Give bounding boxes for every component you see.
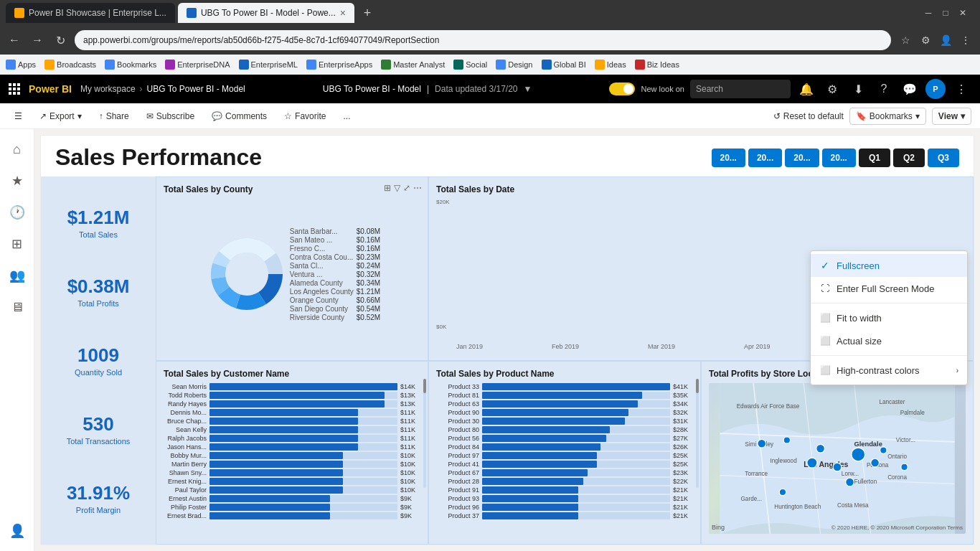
tab-favicon-1 xyxy=(14,8,24,18)
year-filter: 20... 20... 20... 20... Q1 Q2 Q3 xyxy=(712,149,959,167)
star-icon: ☆ xyxy=(284,111,292,121)
bookmark-bookmarks[interactable]: Bookmarks xyxy=(105,60,156,70)
breadcrumb-workspace[interactable]: My workspace xyxy=(80,84,136,94)
export-button[interactable]: ↗ Export ▾ xyxy=(34,108,88,124)
expand-icon[interactable]: ⤢ xyxy=(403,183,410,193)
comments-button[interactable]: 💬 Comments xyxy=(206,108,273,124)
chart-product[interactable]: Total Sales by Product Name Product 33 $… xyxy=(428,361,701,545)
svg-text:Fullerton: Fullerton xyxy=(854,479,877,485)
kpi-profit-margin-value: 31.91% xyxy=(52,482,144,504)
scroll-indicator[interactable] xyxy=(423,379,426,489)
quarter-btn-q2[interactable]: Q2 xyxy=(893,149,925,167)
menu-icon[interactable]: ⋮ xyxy=(957,32,974,49)
funnel-icon[interactable]: ▽ xyxy=(394,183,400,193)
tab-title-2: UBG To Power BI - Model - Powe... xyxy=(201,8,336,18)
tab-1[interactable]: Power BI Showcase | Enterprise L... xyxy=(6,3,175,23)
sidebar-recent[interactable]: 🕐 xyxy=(3,198,32,227)
bookmark-apps[interactable]: Apps xyxy=(6,60,36,70)
kpi-total-profits-label: Total Profits xyxy=(52,299,144,308)
legend-row-riverside: Riverside County $0.52M xyxy=(290,314,380,321)
bookmark-design[interactable]: Design xyxy=(496,60,532,70)
chart-county[interactable]: Total Sales by County ⊞ ▽ ⤢ ⋯ xyxy=(156,176,428,361)
bookmark-enterpriseapps[interactable]: EnterpriseApps xyxy=(306,60,372,70)
star-icon[interactable]: ☆ xyxy=(897,32,914,49)
quarter-btn-q1[interactable]: Q1 xyxy=(859,149,890,167)
chart-customer[interactable]: Total Sales by Customer Name Sean Morris… xyxy=(156,361,428,545)
new-tab-button[interactable]: + xyxy=(357,3,377,23)
customer-bar-chart: Sean Morris $14K Todd Roberts $13K xyxy=(164,383,420,534)
dropdown-fit-width[interactable]: ⬜ Fit to width xyxy=(811,306,967,329)
chat-icon[interactable]: 💬 xyxy=(900,79,920,99)
bar-row-product33: Product 33 $41K xyxy=(436,383,693,390)
legend-row-ventura: Ventura ... $0.32M xyxy=(290,270,380,278)
dropdown-actual-size[interactable]: ⬜ Actual size xyxy=(811,329,967,352)
subscribe-button[interactable]: ✉ Subscribe xyxy=(141,108,200,124)
sidebar-apps[interactable]: ⊞ xyxy=(3,230,32,258)
tab-close-2[interactable]: × xyxy=(340,7,346,19)
bookmark-ideas[interactable]: Ideas xyxy=(595,60,626,70)
download-icon[interactable]: ⬇ xyxy=(848,79,868,99)
bar-row-ernest-k: Ernest Knig... $10K xyxy=(164,478,420,485)
forward-button[interactable]: → xyxy=(29,32,46,49)
year-btn-1[interactable]: 20... xyxy=(712,149,745,167)
pbi-content: ⌂ ★ 🕐 ⊞ 👥 🖥 👤 Sales Performance 20... 20… xyxy=(0,129,980,551)
sidebar-favorites[interactable]: ★ xyxy=(3,166,32,195)
report-header: Sales Performance 20... 20... 20... 20..… xyxy=(41,136,974,176)
sidebar-workspaces[interactable]: 👥 xyxy=(3,261,32,290)
favorite-button[interactable]: ☆ Favorite xyxy=(278,108,331,124)
dropdown-high-contrast[interactable]: ⬜ High-contrast colors › xyxy=(811,359,967,382)
svg-point-40 xyxy=(901,463,908,470)
svg-text:Lorw...: Lorw... xyxy=(842,470,859,476)
minimize-button[interactable]: ─ xyxy=(923,7,934,19)
reset-button[interactable]: ↺ Reset to default xyxy=(773,111,844,121)
chart-product-title: Total Sales by Product Name xyxy=(436,369,693,379)
refresh-button[interactable]: ↻ xyxy=(52,32,69,49)
extensions-icon[interactable]: ⚙ xyxy=(917,32,934,49)
share-button[interactable]: ↑ Share xyxy=(93,108,135,124)
search-input[interactable] xyxy=(690,80,791,98)
help-icon[interactable]: ? xyxy=(874,79,894,99)
collapse-nav-button[interactable]: ☰ xyxy=(9,108,28,124)
maximize-button[interactable]: □ xyxy=(940,7,951,19)
more-button[interactable]: ... xyxy=(337,108,356,124)
close-button[interactable]: ✕ xyxy=(957,7,969,19)
bookmark-globalbi[interactable]: Global BI xyxy=(542,60,586,70)
notification-icon[interactable]: 🔔 xyxy=(796,79,816,99)
legend-row-santabarbara: Santa Barbar... $0.08M xyxy=(290,227,380,235)
filter-icon[interactable]: ⊞ xyxy=(384,183,391,193)
year-btn-4[interactable]: 20... xyxy=(822,149,856,167)
sidebar-datasets[interactable]: 🖥 xyxy=(3,293,32,321)
quarter-btn-q3[interactable]: Q3 xyxy=(928,149,959,167)
bookmark-masteranalyst[interactable]: Master Analyst xyxy=(381,60,445,70)
more-chart-icon[interactable]: ⋯ xyxy=(413,183,422,193)
high-contrast-icon: ⬜ xyxy=(819,364,831,376)
dropdown-enter-fullscreen[interactable]: ⛶ Enter Full Screen Mode xyxy=(811,277,967,300)
tab-2[interactable]: UBG To Power BI - Model - Powe... × xyxy=(178,3,354,23)
bookmark-broadcasts[interactable]: Broadcasts xyxy=(44,60,96,70)
y-label-0k: $0K xyxy=(436,324,446,330)
product-scroll-indicator[interactable] xyxy=(696,379,699,489)
profile-icon[interactable]: 👤 xyxy=(937,32,954,49)
dropdown-chevron[interactable]: ▼ xyxy=(524,84,532,94)
sidebar-home[interactable]: ⌂ xyxy=(3,135,32,164)
settings-icon[interactable]: ⚙ xyxy=(822,79,842,99)
bookmark-social[interactable]: Social xyxy=(453,60,487,70)
overflow-icon[interactable]: ⋮ xyxy=(951,79,971,99)
chart-map[interactable]: Total Profits by Store Location xyxy=(701,361,974,545)
new-look-toggle[interactable] xyxy=(609,83,635,95)
year-btn-3[interactable]: 20... xyxy=(785,149,819,167)
year-btn-2[interactable]: 20... xyxy=(748,149,782,167)
dropdown-fullscreen[interactable]: ✓ Fullscreen xyxy=(811,254,967,277)
address-bar-row: ← → ↻ ☆ ⚙ 👤 ⋮ xyxy=(0,26,980,55)
address-input[interactable] xyxy=(75,30,891,50)
back-button[interactable]: ← xyxy=(6,32,23,49)
view-button[interactable]: View ▾ xyxy=(932,108,971,125)
sidebar-user[interactable]: 👤 xyxy=(3,517,32,545)
toolbar: ☰ ↗ Export ▾ ↑ Share ✉ Subscribe 💬 Comme… xyxy=(0,103,980,129)
user-avatar[interactable]: P xyxy=(925,79,946,99)
bookmark-enterprisedna[interactable]: EnterpriseDNA xyxy=(165,60,230,70)
bookmarks-button[interactable]: 🔖 Bookmarks ▾ xyxy=(849,108,926,125)
waffle-icon[interactable] xyxy=(9,83,20,95)
bookmark-bizideas[interactable]: Biz Ideas xyxy=(635,60,679,70)
bookmark-enterpriseml[interactable]: EnterpriseML xyxy=(239,60,298,70)
